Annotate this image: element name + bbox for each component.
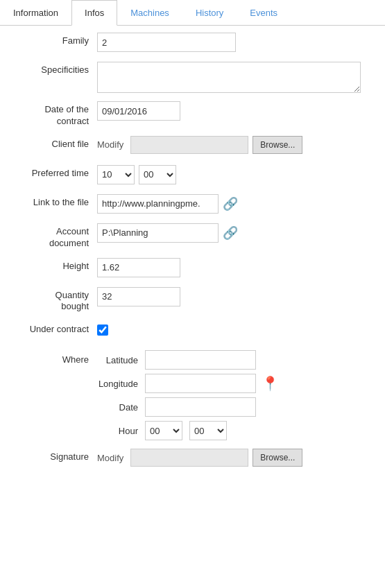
client-file-label: Client file xyxy=(7,135,97,150)
latitude-input[interactable] xyxy=(145,350,256,370)
signature-wrapper: Modify Browse... xyxy=(97,449,302,467)
link-file-icon[interactable]: 🔗 xyxy=(223,196,238,211)
where-date-row: Date xyxy=(97,397,279,417)
tab-bar: Information Infos Machines History Event… xyxy=(0,0,385,26)
signature-row: Signature Modify Browse... xyxy=(7,447,378,469)
date-contract-input[interactable] xyxy=(97,101,180,121)
signature-control: Modify Browse... xyxy=(97,447,378,467)
form-body: Family Specificities Date of the contrac… xyxy=(0,26,385,482)
tab-information[interactable]: Information xyxy=(0,0,71,25)
tab-machines[interactable]: Machines xyxy=(117,0,182,25)
under-contract-checkbox[interactable] xyxy=(97,325,108,336)
link-file-row: Link to the file 🔗 xyxy=(7,193,378,215)
client-file-browse-button[interactable]: Browse... xyxy=(253,136,302,154)
signature-label: Signature xyxy=(7,447,97,463)
where-hour-select[interactable]: 0001020304050607080910111213141516171819… xyxy=(145,421,182,440)
account-doc-input[interactable] xyxy=(97,223,219,243)
client-file-modify-text: Modify xyxy=(97,139,123,150)
latitude-row: Latitude xyxy=(97,350,279,370)
preferred-time-label: Preferred time xyxy=(7,164,97,180)
quantity-bought-label: Quantity bought xyxy=(7,286,97,313)
specificities-input[interactable] xyxy=(97,62,361,93)
where-date-label: Date xyxy=(97,402,142,413)
tab-infos[interactable]: Infos xyxy=(71,0,117,26)
height-control xyxy=(97,257,378,277)
link-file-label: Link to the file xyxy=(7,193,97,209)
family-row: Family xyxy=(7,31,378,53)
client-file-row: Client file Modify Browse... xyxy=(7,135,378,157)
signature-modify-text: Modify xyxy=(97,453,123,463)
longitude-input[interactable] xyxy=(145,374,256,393)
longitude-row: Longitude 📍 xyxy=(97,374,279,393)
account-doc-control: 🔗 xyxy=(97,222,378,243)
height-row: Height xyxy=(7,257,378,279)
where-row: Where Latitude Longitude 📍 Date xyxy=(7,349,378,440)
height-input[interactable] xyxy=(97,258,180,277)
signature-browse-button[interactable]: Browse... xyxy=(253,449,302,467)
where-control: Latitude Longitude 📍 Date Hour 0001 xyxy=(97,349,378,440)
client-file-box xyxy=(130,136,248,154)
where-section: Latitude Longitude 📍 Date Hour 0001 xyxy=(97,350,279,440)
specificities-control xyxy=(97,60,378,93)
quantity-bought-row: Quantity bought xyxy=(7,286,378,313)
link-file-control: 🔗 xyxy=(97,193,378,214)
height-label: Height xyxy=(7,257,97,273)
tab-history[interactable]: History xyxy=(182,0,237,25)
account-doc-row: Account document 🔗 xyxy=(7,222,378,250)
family-input[interactable] xyxy=(97,33,236,52)
preferred-time-hour-select[interactable]: 0001020304050607080910111213141516171819… xyxy=(97,165,135,184)
quantity-bought-control xyxy=(97,286,378,306)
account-doc-label: Account document xyxy=(7,222,97,250)
client-file-wrapper: Modify Browse... xyxy=(97,136,302,154)
where-label: Where xyxy=(7,349,97,366)
preferred-time-control: 0001020304050607080910111213141516171819… xyxy=(97,164,378,184)
family-label: Family xyxy=(7,31,97,47)
quantity-bought-input[interactable] xyxy=(97,287,180,306)
specificities-label: Specificities xyxy=(7,60,97,76)
signature-file-box xyxy=(130,449,248,467)
date-contract-control xyxy=(97,100,378,121)
tab-events[interactable]: Events xyxy=(237,0,291,25)
date-contract-label: Date of the contract xyxy=(7,100,97,128)
under-contract-row: Under contract xyxy=(7,320,378,342)
specificities-row: Specificities xyxy=(7,60,378,93)
latitude-label: Latitude xyxy=(97,355,142,365)
date-contract-row: Date of the contract xyxy=(7,100,378,128)
longitude-label: Longitude xyxy=(97,379,142,389)
where-hour-row: Hour 00010203040506070809101112131415161… xyxy=(97,421,279,440)
where-date-input[interactable] xyxy=(145,397,256,417)
account-doc-icon[interactable]: 🔗 xyxy=(223,225,238,241)
family-control xyxy=(97,31,378,52)
location-pin-icon[interactable]: 📍 xyxy=(262,375,279,392)
preferred-time-min-select[interactable]: 00153045 xyxy=(139,165,176,184)
link-file-input[interactable] xyxy=(97,194,219,214)
under-contract-label: Under contract xyxy=(7,320,97,336)
where-hour-label: Hour xyxy=(97,426,142,436)
preferred-time-row: Preferred time 0001020304050607080910111… xyxy=(7,164,378,186)
client-file-control: Modify Browse... xyxy=(97,135,378,154)
under-contract-control xyxy=(97,320,378,336)
where-min-select[interactable]: 00153045 xyxy=(189,421,227,440)
